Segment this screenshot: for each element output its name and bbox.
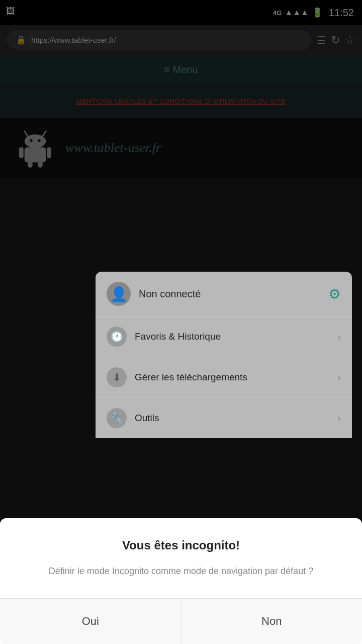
- non-button[interactable]: Non: [182, 599, 363, 644]
- settings-gear-icon[interactable]: ⚙: [328, 286, 341, 302]
- clock-icon: 🕐: [107, 327, 127, 347]
- chevron-right-icon-downloads: ›: [337, 372, 341, 383]
- dialog-message: Définir le mode Incognito comme mode de …: [0, 565, 362, 578]
- dialog-title: Vous êtes incognito!: [0, 538, 362, 552]
- non-label: Non: [261, 615, 282, 628]
- oui-button[interactable]: Oui: [0, 599, 182, 644]
- menu-header: 👤 Non connecté ⚙: [96, 272, 352, 316]
- favorites-label: Favoris & Historique: [135, 331, 329, 342]
- user-avatar-icon: 👤: [110, 286, 128, 302]
- chevron-right-icon-tools: ›: [337, 413, 341, 424]
- menu-item-tools[interactable]: 🔧 Outils ›: [96, 398, 352, 438]
- menu-item-favorites[interactable]: 🕐 Favoris & Historique ›: [96, 316, 352, 357]
- side-menu-panel: 👤 Non connecté ⚙ 🕐 Favoris & Historique …: [96, 272, 352, 438]
- dialog-buttons: Oui Non: [0, 599, 362, 644]
- tools-label: Outils: [135, 413, 329, 424]
- user-status-label: Non connecté: [139, 288, 320, 300]
- tools-icon: 🔧: [107, 408, 127, 428]
- avatar: 👤: [107, 282, 131, 306]
- download-icon: ⬇: [107, 367, 127, 387]
- menu-item-downloads[interactable]: ⬇ Gérer les téléchargements ›: [96, 357, 352, 398]
- oui-label: Oui: [82, 615, 99, 628]
- incognito-dialog: Vous êtes incognito! Définir le mode Inc…: [0, 518, 362, 644]
- chevron-right-icon-favorites: ›: [337, 331, 341, 343]
- downloads-label: Gérer les téléchargements: [135, 372, 329, 383]
